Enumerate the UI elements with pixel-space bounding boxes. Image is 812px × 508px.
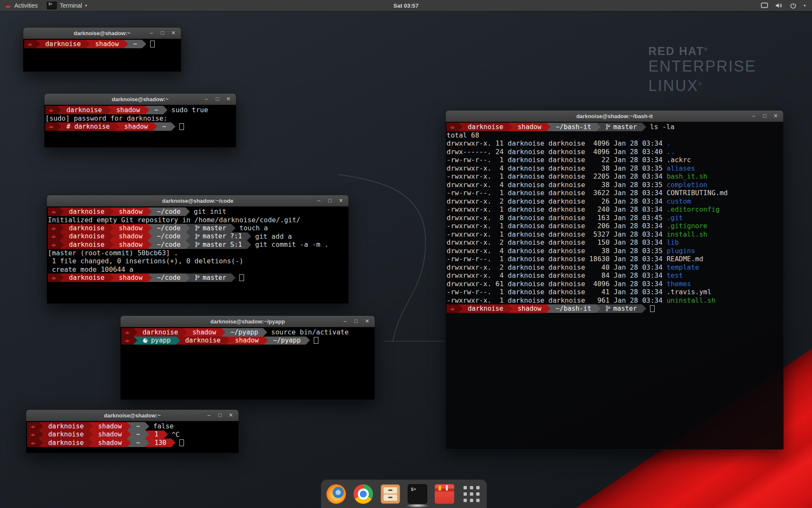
toolbox-icon[interactable]: [435, 484, 454, 504]
powerline-arrow-icon: [164, 431, 168, 439]
output-text: README.md: [667, 255, 703, 263]
output-text: -rw-rw-r--. 1 darknoise darknoise 41 Jan…: [447, 288, 667, 296]
terminal-content[interactable]: darknoiseshadow~/pyappsource bin/activat…: [121, 327, 375, 400]
output-text: create mode 100644 a: [48, 265, 133, 273]
powerline-arrow-icon: [142, 40, 146, 48]
minimize-button[interactable]: –: [206, 410, 212, 421]
prompt-segment-path: ~/pyapp: [225, 328, 263, 337]
powerline-arrow-icon: [89, 422, 93, 431]
close-button[interactable]: ✕: [225, 94, 232, 105]
chrome-icon[interactable]: [354, 484, 373, 504]
terminal-window-pyapp: darknoise@shadow:~/pyapp–□✕darknoiseshad…: [120, 315, 375, 400]
close-button[interactable]: ✕: [364, 316, 370, 327]
minimize-button[interactable]: –: [342, 316, 348, 327]
red-hat-icon: [5, 3, 11, 8]
terminal-cursor: [239, 274, 244, 281]
output-text: total 68: [447, 131, 479, 139]
window-title: darknoise@shadow:~/code: [47, 198, 348, 204]
output-text: .gitignore: [667, 222, 707, 230]
output-line: drwxrwxr-x. 4 darknoise darknoise 38 Jan…: [447, 164, 783, 173]
terminal-icon[interactable]: $>: [408, 484, 427, 504]
minimize-button[interactable]: –: [315, 195, 322, 206]
drawer-front: [384, 494, 397, 501]
command-text: git init: [194, 207, 226, 215]
maximize-button[interactable]: □: [761, 110, 768, 121]
prompt-segment-hat: [24, 40, 36, 48]
output-line: -rw-rw-r--. 1 darknoise darknoise 22 Jan…: [447, 156, 783, 164]
prompt-segment-path: ~: [128, 40, 142, 48]
close-button[interactable]: ✕: [170, 28, 177, 39]
grid-dot: [464, 492, 467, 496]
powerline-arrow-icon: [176, 337, 180, 345]
prompt-line: darknoiseshadow~/pyappsource bin/activat…: [121, 328, 375, 337]
window-titlebar[interactable]: darknoise@shadow:~/bash-it–□✕: [446, 110, 783, 122]
terminal-content[interactable]: darknoiseshadow~/codegit initInitialized…: [47, 207, 348, 304]
powerline-arrow-icon: [115, 122, 119, 131]
prompt-segment-path: ~/bash-it: [551, 304, 596, 313]
prompt-segment-path: ~: [131, 439, 145, 447]
prompt-segment-path: ~/code: [152, 207, 186, 216]
close-button[interactable]: ✕: [772, 110, 779, 121]
app-grid-icon[interactable]: [462, 484, 481, 504]
prompt-segment-user: darknoise: [64, 273, 110, 282]
prompt-segment-user: darknoise: [64, 232, 110, 241]
prompt-segment-path: ~/code: [152, 240, 186, 249]
grid-dot: [470, 492, 473, 496]
system-status-area[interactable]: ▾: [761, 3, 812, 9]
prompt-segment-host: shadow: [111, 106, 145, 114]
terminal-content[interactable]: darknoiseshadow~falsedarknoiseshadow~1^C…: [26, 421, 239, 453]
minimize-button[interactable]: –: [750, 110, 757, 121]
output-line: drwxrwxr-x. 61 darknoise darknoise 4096 …: [447, 280, 783, 288]
close-button[interactable]: ✕: [337, 195, 344, 206]
prompt-segment-host: shadow: [114, 240, 148, 249]
app-menu-terminal[interactable]: $> Terminal ▾: [42, 0, 91, 11]
close-button[interactable]: ✕: [228, 410, 234, 421]
window-titlebar[interactable]: darknoise@shadow:~–□✕: [44, 94, 236, 105]
terminal-window-code: darknoise@shadow:~/code–□✕darknoiseshado…: [47, 195, 349, 304]
terminal-content[interactable]: darknoiseshadow~: [23, 39, 181, 72]
output-line: drwxrwxr-x. 4 darknoise darknoise 38 Jan…: [447, 247, 783, 255]
maximize-button[interactable]: □: [217, 410, 223, 421]
files-icon[interactable]: [381, 484, 400, 504]
maximize-button[interactable]: □: [326, 195, 333, 206]
maximize-button[interactable]: □: [214, 94, 221, 105]
prompt-segment-git: master: [601, 123, 642, 131]
window-titlebar[interactable]: darknoise@shadow:~/pyapp–□✕: [121, 316, 375, 327]
prompt-segment-host: shadow: [114, 273, 148, 282]
wrench-icon: [439, 486, 441, 491]
terminal-content[interactable]: darknoiseshadow~/bash-itmasterls -latota…: [446, 122, 783, 449]
output-text: .editorconfig: [667, 205, 719, 213]
clock[interactable]: Sat 03:57: [393, 3, 418, 9]
prompt-line: darknoiseshadow~/codemaster S:1git commi…: [48, 240, 348, 249]
powerline-arrow-icon: [110, 273, 114, 282]
command-text: source bin/activate: [271, 328, 348, 336]
terminal-window-home-top: darknoise@shadow:~–□✕darknoiseshadow~: [23, 27, 181, 72]
grid-dot: [476, 499, 480, 502]
maximize-button[interactable]: □: [159, 28, 166, 39]
prompt-line: darknoiseshadow~sudo true: [45, 106, 236, 114]
terminal-content[interactable]: darknoiseshadow~sudo true[sudo] password…: [44, 105, 236, 147]
minimize-button[interactable]: –: [148, 28, 155, 39]
output-line: total 68: [447, 131, 783, 140]
output-text: uninstall.sh: [667, 296, 716, 304]
firefox-icon[interactable]: [326, 484, 346, 504]
window-titlebar[interactable]: darknoise@shadow:~–□✕: [23, 28, 181, 39]
minimize-button[interactable]: –: [203, 94, 210, 105]
output-text: drwxrwxr-x. 2 darknoise darknoise 26 Jan…: [447, 197, 667, 205]
maximize-button[interactable]: □: [353, 316, 359, 327]
prompt-line: darknoiseshadow~/codemaster ?:1git add a: [48, 232, 348, 241]
grid-dot: [470, 486, 473, 489]
prompt-segment-user: darknoise: [463, 123, 508, 131]
top-bar: Activities $> Terminal ▾ Sat 03:57 ▾: [0, 0, 812, 11]
drawer-front: [384, 487, 397, 494]
output-line: drwx------. 24 darknoise darknoise 4096 …: [447, 148, 783, 156]
terminal-cursor: [150, 41, 155, 47]
powerline-arrow-icon: [110, 207, 114, 216]
window-controls: –□✕: [315, 195, 348, 206]
activities-button[interactable]: Activities: [0, 0, 42, 11]
output-text: drwxrwxr-x. 4 darknoise darknoise 38 Jan…: [447, 181, 667, 189]
running-indicator: [406, 504, 429, 508]
prompt-segment-host: shadow: [114, 224, 148, 232]
window-titlebar[interactable]: darknoise@shadow:~–□✕: [26, 410, 239, 421]
window-titlebar[interactable]: darknoise@shadow:~/code–□✕: [47, 195, 348, 207]
